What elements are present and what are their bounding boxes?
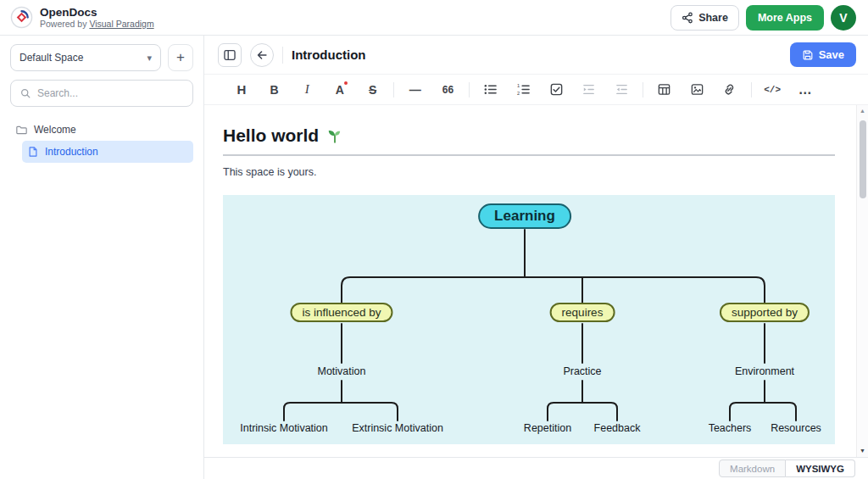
powered-by: Powered by Visual Paradigm (40, 19, 154, 29)
search-box[interactable] (10, 80, 193, 107)
mindmap-branch-node: is influenced by (290, 303, 392, 322)
sidebar-item-introduction[interactable]: Introduction (22, 141, 193, 163)
app-body: Default Space ▾ + Welcome Introduc (0, 36, 868, 479)
blockquote-icon[interactable]: 66 (436, 79, 459, 101)
image-icon[interactable] (685, 79, 709, 101)
toolbar-divider (393, 82, 394, 97)
mindmap-root-node: Learning (478, 203, 571, 229)
scroll-down-arrow[interactable]: ▼ (857, 445, 868, 457)
svg-text:1: 1 (517, 83, 520, 88)
save-icon (802, 49, 814, 61)
mindmap-child-label: Motivation (318, 365, 366, 377)
mindmap-branch-node: supported by (720, 303, 810, 322)
strikethrough-icon[interactable]: S (361, 79, 385, 101)
back-button[interactable] (250, 43, 274, 67)
sidebar: Default Space ▾ + Welcome Introduc (0, 36, 204, 479)
space-selector[interactable]: Default Space ▾ (10, 44, 161, 71)
panel-toggle-icon (223, 48, 236, 62)
mindmap-leaf-label: Teachers (709, 422, 752, 434)
toolbar-divider (643, 82, 643, 97)
document-icon (27, 146, 39, 158)
folder-icon (15, 124, 28, 136)
vertical-scrollbar[interactable]: ▲ ▼ (856, 105, 868, 457)
toggle-sidebar-button[interactable] (218, 43, 242, 67)
document-heading: Hello world (223, 125, 835, 156)
mindmap-leaf-label: Intrinsic Motivation (240, 422, 328, 434)
markdown-toggle[interactable]: Markdown (719, 460, 786, 477)
space-selector-label: Default Space (19, 52, 83, 64)
checklist-icon[interactable] (544, 79, 568, 101)
toolbar-divider (282, 47, 283, 64)
mindmap-child-label: Practice (563, 365, 601, 377)
user-avatar[interactable]: V (831, 5, 856, 31)
indent-icon[interactable] (577, 79, 601, 101)
mindmap-leaf-label: Extrinsic Motivation (352, 422, 443, 434)
svg-text:2: 2 (517, 91, 520, 96)
font-color-indicator (344, 81, 348, 85)
add-page-button[interactable]: + (168, 44, 193, 71)
italic-icon[interactable]: I (295, 79, 319, 101)
tree-item-label: Introduction (45, 146, 98, 158)
share-icon (682, 12, 693, 24)
page-tree: Welcome Introduction (10, 119, 193, 163)
toolbar-divider (469, 82, 470, 97)
table-icon[interactable] (653, 79, 676, 101)
toolbar-divider (751, 82, 752, 97)
mindmap-branch-node: requires (550, 303, 615, 322)
search-input[interactable] (37, 87, 184, 99)
chevron-down-icon: ▾ (147, 53, 152, 64)
share-label: Share (698, 12, 728, 24)
mindmap-child-label: Environment (735, 365, 794, 377)
search-icon (19, 87, 31, 99)
heading-icon[interactable]: H (230, 79, 253, 101)
editor-content: Hello world This space is yours. (204, 105, 868, 457)
scroll-up-arrow[interactable]: ▲ (857, 105, 868, 117)
bold-icon[interactable]: B (263, 79, 287, 101)
link-icon[interactable] (718, 79, 742, 101)
horizontal-rule-icon[interactable]: — (403, 79, 427, 101)
code-icon[interactable]: </> (760, 79, 784, 101)
outdent-icon[interactable] (609, 79, 633, 101)
scrollbar-thumb[interactable] (860, 120, 866, 198)
wysiwyg-toggle[interactable]: WYSIWYG (786, 460, 855, 477)
back-arrow-icon (255, 48, 269, 62)
mindmap-leaf-label: Repetition (524, 422, 571, 434)
app-title-block: OpenDocs Powered by Visual Paradigm (40, 6, 154, 30)
font-color-letter: A (336, 83, 344, 97)
sidebar-top-row: Default Space ▾ + (10, 44, 193, 71)
bullet-list-icon[interactable] (479, 79, 503, 101)
formatting-toolbar: H B I A S — 66 12 (204, 75, 868, 105)
app-logo-icon (10, 6, 33, 29)
editor-statusbar: Markdown WYSIWYG (204, 457, 868, 479)
share-button[interactable]: Share (670, 5, 739, 31)
more-options-icon[interactable]: … (793, 79, 817, 101)
mindmap-leaf-label: Resources (771, 422, 821, 434)
document-paragraph: This space is yours. (223, 166, 868, 178)
mindmap-diagram: Learning is influenced by requires suppo… (223, 195, 835, 444)
seedling-icon (326, 126, 344, 145)
save-button[interactable]: Save (790, 42, 856, 67)
app-header: OpenDocs Powered by Visual Paradigm Shar… (0, 0, 868, 36)
save-label: Save (819, 48, 844, 61)
page-title: Introduction (292, 47, 365, 62)
mindmap-leaf-label: Feedback (594, 422, 641, 434)
document-toolbar: Introduction Save (204, 36, 868, 75)
numbered-list-icon[interactable]: 12 (511, 79, 535, 101)
font-color-icon[interactable]: A (328, 79, 352, 101)
visual-paradigm-link[interactable]: Visual Paradigm (89, 19, 153, 29)
main-area: Introduction Save H B I A S — 66 12 (204, 36, 868, 479)
tree-item-label: Welcome (34, 124, 76, 136)
sidebar-item-welcome[interactable]: Welcome (10, 119, 193, 141)
more-apps-button[interactable]: More Apps (746, 5, 824, 31)
document-heading-text: Hello world (223, 125, 319, 146)
app-name: OpenDocs (40, 6, 154, 19)
powered-by-text: Powered by (40, 19, 86, 29)
